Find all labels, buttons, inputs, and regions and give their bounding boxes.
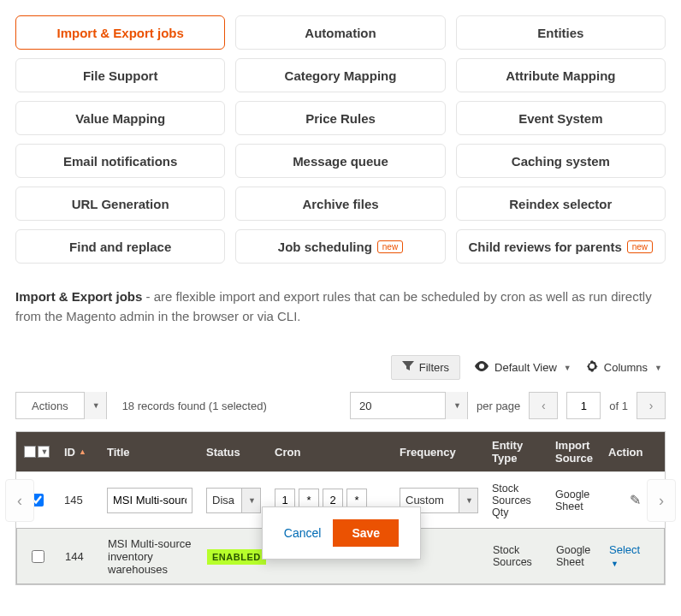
tab-reindex-selector[interactable]: Reindex selector [456, 187, 666, 221]
tab-description: Import & Export jobs - are flexible impo… [15, 287, 666, 326]
caret-down-icon: ▼ [445, 392, 467, 419]
tab-label: Archive files [302, 197, 378, 211]
actions-dropdown[interactable]: Actions ▼ [15, 392, 107, 419]
cancel-button[interactable]: Cancel [284, 526, 322, 540]
pagination: 20 ▼ per page ‹ of 1 › [350, 392, 666, 419]
funnel-icon [402, 361, 414, 374]
tab-label: Price Rules [305, 111, 376, 126]
page-number-input[interactable] [566, 392, 601, 419]
gear-icon [585, 359, 599, 376]
row-checkbox[interactable] [32, 550, 44, 563]
per-page-label: per page [477, 400, 520, 412]
tab-file-support[interactable]: File Support [15, 58, 225, 92]
columns-button[interactable]: Columns ▼ [585, 359, 662, 376]
tab-import-export-jobs[interactable]: Import & Export jobs [15, 15, 225, 50]
tab-url-generation[interactable]: URL Generation [15, 187, 225, 221]
default-view-label: Default View [494, 361, 557, 374]
tab-attribute-mapping[interactable]: Attribute Mapping [456, 58, 666, 92]
tab-label: Entities [537, 26, 583, 40]
col-import-source[interactable]: Import Source [548, 439, 601, 465]
tab-label: Job scheduling [278, 240, 372, 254]
cell-id: 144 [58, 543, 101, 570]
select-all-header[interactable]: ▼ [16, 446, 57, 458]
tab-label: Automation [305, 26, 376, 40]
tab-label: URL Generation [72, 197, 169, 211]
tab-entities[interactable]: Entities [456, 15, 666, 50]
tab-event-system[interactable]: Event System [456, 101, 666, 135]
cell-import-source: Google Sheet [549, 537, 602, 575]
carousel-prev[interactable]: ‹ [5, 479, 34, 522]
next-page-button[interactable]: › [637, 392, 666, 419]
cell-entity-type: Stock Sources Qty [485, 476, 548, 525]
status-select[interactable]: Disa ▼ [206, 488, 261, 513]
tab-label: File Support [83, 68, 158, 83]
description-lead: Import & Export jobs [15, 289, 142, 304]
columns-label: Columns [604, 361, 648, 374]
sort-asc-icon: ▲ [79, 447, 86, 456]
tab-find-and-replace[interactable]: Find and replace [15, 229, 225, 264]
tab-label: Event System [518, 111, 602, 126]
status-badge: ENABLED [207, 549, 266, 565]
edit-icon[interactable]: ✎ [630, 492, 641, 508]
per-page-value: 20 [351, 400, 445, 412]
carousel-next[interactable]: › [647, 479, 676, 522]
grid-header: ▼ ID▲ Title Status Cron Frequency Entity… [16, 432, 665, 471]
prev-page-button[interactable]: ‹ [529, 392, 558, 419]
tab-job-scheduling[interactable]: Job schedulingnew [235, 229, 445, 264]
cell-title: MSI Multi-source inventory warehouses [101, 530, 200, 583]
col-title[interactable]: Title [100, 446, 199, 459]
tab-archive-files[interactable]: Archive files [235, 187, 445, 221]
cell-import-source: Google Sheet [548, 482, 601, 519]
inline-edit-popup: Cancel Save [262, 506, 421, 560]
title-input[interactable] [107, 488, 192, 513]
cell-entity-type: Stock Sources [486, 537, 549, 575]
caret-down-icon: ▼ [611, 560, 619, 568]
tab-label: Email notifications [63, 154, 177, 169]
col-cron[interactable]: Cron [268, 446, 393, 459]
col-frequency[interactable]: Frequency [393, 446, 485, 459]
grid-controls-row: Actions ▼ 18 records found (1 selected) … [15, 392, 666, 419]
filters-button[interactable]: Filters [391, 355, 460, 380]
new-badge: new [627, 240, 653, 253]
actions-label: Actions [16, 400, 84, 412]
per-page-select[interactable]: 20 ▼ [350, 392, 468, 419]
tab-label: Caching system [512, 154, 610, 169]
tab-label: Value Mapping [75, 111, 165, 126]
tab-label: Message queue [293, 154, 388, 169]
filters-label: Filters [419, 361, 449, 374]
tab-label: Import & Export jobs [56, 26, 183, 40]
records-found: 18 records found (1 selected) [122, 400, 267, 412]
col-entity-type[interactable]: Entity Type [485, 439, 548, 465]
caret-down-icon: ▼ [459, 489, 477, 512]
tab-email-notifications[interactable]: Email notifications [15, 144, 225, 178]
tab-label: Child reviews for parents [469, 240, 622, 254]
save-button[interactable]: Save [333, 519, 399, 547]
tab-label: Find and replace [69, 240, 171, 254]
tab-label: Category Mapping [285, 68, 397, 83]
cell-id: 145 [57, 487, 100, 513]
eye-icon [474, 361, 489, 374]
col-id[interactable]: ID▲ [57, 446, 100, 459]
tab-label: Reindex selector [509, 197, 612, 211]
new-badge: new [377, 240, 403, 253]
grid-toolbar: Filters Default View ▼ Columns ▼ [15, 355, 666, 380]
col-status[interactable]: Status [199, 446, 268, 459]
col-action: Action [601, 446, 653, 459]
caret-down-icon: ▼ [654, 364, 662, 372]
tab-category-mapping[interactable]: Category Mapping [235, 58, 445, 92]
select-action[interactable]: Select ▼ [609, 543, 642, 569]
caret-down-icon: ▼ [564, 364, 571, 372]
caret-down-icon: ▼ [241, 489, 260, 512]
tab-label: Attribute Mapping [506, 68, 615, 83]
tab-message-queue[interactable]: Message queue [235, 144, 445, 178]
page-of-label: of 1 [609, 400, 628, 412]
tab-caching-system[interactable]: Caching system [456, 144, 666, 178]
tab-child-reviews-for-parents[interactable]: Child reviews for parentsnew [456, 229, 666, 264]
default-view-button[interactable]: Default View ▼ [474, 361, 571, 374]
tab-automation[interactable]: Automation [235, 15, 445, 50]
caret-down-icon: ▼ [84, 392, 106, 419]
tab-value-mapping[interactable]: Value Mapping [15, 101, 225, 135]
feature-tabs: Import & Export jobsAutomationEntitiesFi… [15, 15, 666, 264]
tab-price-rules[interactable]: Price Rules [235, 101, 445, 135]
